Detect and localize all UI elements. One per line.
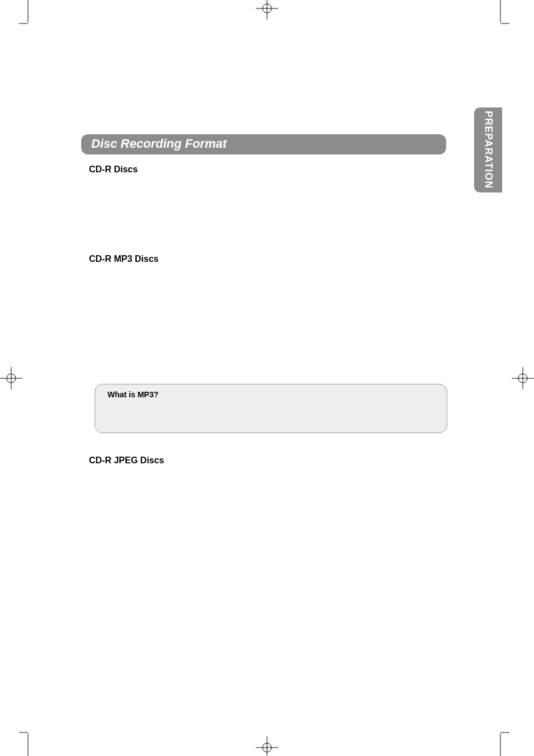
callout-what-is-mp3: What is MP3? — [95, 384, 447, 433]
registration-mark-top — [256, 0, 278, 20]
subheading-jpeg: CD-R JPEG Discs — [89, 456, 446, 466]
registration-mark-bottom — [256, 736, 278, 756]
subheading-mp3: CD-R MP3 Discs — [89, 254, 446, 264]
callout-title: What is MP3? — [107, 390, 434, 399]
content-gap — [81, 264, 446, 384]
registration-mark-left — [0, 367, 22, 389]
page-frame: PREPARATION Disc Recording Format CD-R D… — [26, 24, 502, 732]
registration-mark-right — [512, 367, 534, 389]
subheading-cdr: CD-R Discs — [89, 165, 446, 175]
section-tab-preparation: PREPARATION — [474, 107, 502, 192]
section-tab-label: PREPARATION — [483, 111, 494, 189]
section-heading-bar: Disc Recording Format — [81, 134, 446, 154]
content-gap — [81, 175, 446, 252]
page-content: Disc Recording Format CD-R Discs CD-R MP… — [81, 134, 446, 732]
section-title: Disc Recording Format — [91, 137, 227, 151]
